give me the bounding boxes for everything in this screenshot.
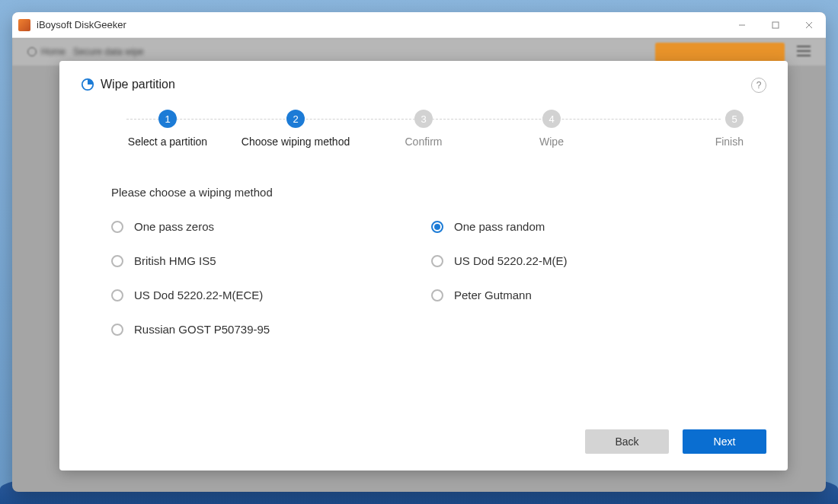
option-us-dod-ece[interactable]: US Dod 5220.22-M(ECE)	[111, 289, 401, 301]
window-title: iBoysoft DiskGeeker	[37, 19, 126, 30]
option-one-pass-random[interactable]: One pass random	[431, 220, 721, 233]
step-label: Choose wiping method	[241, 136, 350, 148]
help-button[interactable]: ?	[751, 78, 766, 93]
step-choose-method: 2 Choose wiping method	[232, 110, 360, 148]
step-label: Wipe	[539, 136, 564, 148]
back-button-label: Back	[615, 435, 638, 448]
step-circle: 2	[286, 110, 305, 128]
title-bar: iBoysoft DiskGeeker	[12, 12, 826, 38]
option-label: Peter Gutmann	[454, 289, 532, 301]
option-us-dod-me[interactable]: US Dod 5220.22-M(E)	[431, 254, 721, 267]
step-label: Finish	[715, 136, 744, 148]
option-british-hmg-is5[interactable]: British HMG IS5	[111, 254, 401, 267]
step-circle: 1	[158, 110, 177, 128]
step-label: Select a partition	[128, 136, 207, 148]
option-one-pass-zeros[interactable]: One pass zeros	[111, 220, 401, 233]
radio-icon	[431, 289, 443, 301]
option-label: One pass zeros	[134, 220, 214, 233]
close-button[interactable]	[792, 12, 826, 37]
close-icon	[805, 21, 813, 29]
option-label: Russian GOST P50739-95	[134, 323, 270, 336]
radio-icon	[111, 324, 123, 336]
dialog-title: Wipe partition	[101, 78, 175, 91]
step-confirm: 3 Confirm	[360, 110, 488, 148]
radio-icon	[111, 221, 123, 233]
app-window: iBoysoft DiskGeeker Home Secure data wip…	[12, 12, 826, 492]
background-menu-icon	[797, 46, 811, 56]
option-russian-gost[interactable]: Russian GOST P50739-95	[111, 323, 401, 336]
option-label: One pass random	[454, 220, 545, 233]
dialog-header: Wipe partition ?	[81, 78, 766, 91]
minimize-button[interactable]	[725, 12, 759, 37]
prompt-text: Please choose a wiping method	[81, 186, 766, 199]
maximize-icon	[772, 21, 779, 29]
next-button[interactable]: Next	[683, 429, 766, 454]
step-label: Confirm	[405, 136, 442, 148]
wiping-method-options: One pass zeros British HMG IS5 US Dod 52…	[81, 220, 766, 336]
option-label: US Dod 5220.22-M(ECE)	[134, 289, 263, 301]
step-select-partition: 1 Select a partition	[104, 110, 232, 148]
next-button-label: Next	[714, 435, 736, 448]
radio-icon	[431, 221, 443, 233]
option-label: British HMG IS5	[134, 254, 216, 267]
wipe-partition-icon	[81, 78, 94, 91]
step-circle: 3	[414, 110, 433, 128]
app-logo-icon	[18, 19, 30, 31]
svg-rect-1	[772, 22, 779, 28]
step-finish: 5 Finish	[616, 110, 744, 148]
radio-icon	[111, 289, 123, 301]
step-circle: 4	[542, 110, 561, 128]
progress-stepper: 1 Select a partition 2 Choose wiping met…	[81, 105, 766, 148]
help-icon: ?	[756, 80, 762, 91]
radio-icon	[111, 255, 123, 267]
option-label: US Dod 5220.22-M(E)	[454, 254, 567, 267]
option-peter-gutmann[interactable]: Peter Gutmann	[431, 289, 721, 301]
background-upgrade-button	[655, 43, 785, 62]
maximize-button[interactable]	[759, 12, 792, 37]
back-button[interactable]: Back	[585, 429, 669, 454]
wipe-partition-dialog: Wipe partition ? 1 Select a partition 2 …	[59, 61, 788, 471]
step-wipe: 4 Wipe	[488, 110, 616, 148]
window-controls	[725, 12, 826, 37]
dialog-footer: Back Next	[81, 429, 766, 454]
minimize-icon	[738, 21, 746, 29]
step-circle: 5	[725, 110, 744, 128]
radio-icon	[431, 255, 443, 267]
